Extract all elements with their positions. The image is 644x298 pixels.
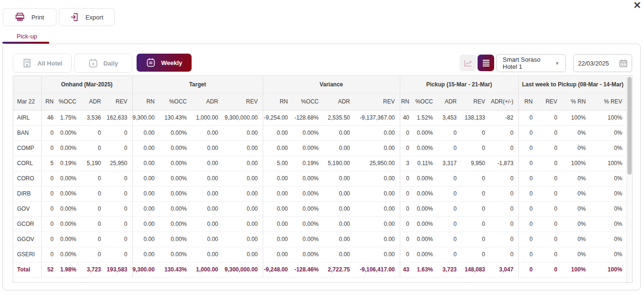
close-icon[interactable]: ✕: [633, 0, 641, 10]
tab-pickup[interactable]: Pick-up: [17, 33, 37, 40]
column-header: REV: [106, 93, 132, 110]
calendar-check-icon: [146, 58, 156, 67]
cell: 0: [41, 247, 58, 262]
calendar-icon: 8: [89, 58, 98, 68]
cell: 0.00: [132, 140, 159, 156]
cell: 0.00: [323, 232, 355, 247]
cell: 0.00: [192, 140, 223, 156]
print-button[interactable]: Print: [3, 8, 56, 26]
cell: 0.00%: [159, 216, 192, 232]
row-label: GGOV: [13, 232, 41, 247]
cell: 0.00%: [414, 186, 438, 201]
row-label: AIRL: [13, 110, 41, 125]
cell: -1,873: [490, 156, 518, 171]
cell: 0: [438, 186, 461, 201]
vertical-scrollbar[interactable]: [626, 76, 632, 282]
all-hotel-button[interactable]: All Hotel: [13, 54, 72, 73]
cell: 100%: [562, 156, 590, 171]
cell: 0.00%: [293, 247, 323, 262]
date-input[interactable]: 22/03/2025: [573, 54, 632, 72]
cell: 0: [518, 125, 537, 140]
cell: 0%: [562, 247, 590, 262]
column-header: REV: [461, 93, 490, 110]
column-header: %OCC: [293, 93, 323, 110]
cell: 0.00: [192, 171, 223, 186]
column-header: ADR: [192, 93, 223, 110]
cell: 193,583: [106, 262, 132, 277]
cell: 0.00: [132, 232, 159, 247]
cell: 2,535.50: [323, 110, 355, 125]
cell: 1.75%: [58, 110, 81, 125]
column-group-header: Last week to Pickup (08-Mar - 14-Mar): [518, 76, 627, 93]
column-header: RN: [400, 93, 414, 110]
cell: 0%: [562, 201, 590, 216]
cell: 0%: [562, 216, 590, 232]
cell: 0: [518, 247, 537, 262]
cell: 0.00%: [159, 171, 192, 186]
weekly-button[interactable]: Weekly: [137, 54, 192, 72]
export-button[interactable]: Export: [59, 8, 115, 26]
cell: 0: [41, 216, 58, 232]
cell: 0.00: [132, 125, 159, 140]
cell: 3,536: [81, 110, 106, 125]
table-row: GOV00.00%000.000.00%0.000.000.000.00%0.0…: [13, 201, 627, 216]
cell: 0.00: [323, 140, 355, 156]
cell: 0.00: [263, 171, 293, 186]
cell: 0%: [562, 125, 590, 140]
cell: -9,248.00: [263, 262, 293, 277]
export-icon: [70, 13, 79, 21]
cell: 3,723: [81, 262, 106, 277]
column-header: %OCC: [159, 93, 192, 110]
cell: 0: [537, 140, 562, 156]
cell: 1,000.00: [192, 110, 223, 125]
cell: 0: [81, 186, 106, 201]
hotel-select[interactable]: Smart Soraso Hotel 1 ▼: [497, 54, 566, 72]
cell: 0.00%: [58, 216, 81, 232]
cell: 100%: [590, 262, 627, 277]
print-label: Print: [31, 14, 44, 21]
cell: 0: [537, 125, 562, 140]
cell: 0: [461, 247, 490, 262]
cell: 0.00%: [293, 216, 323, 232]
daily-button[interactable]: 8 Daily: [74, 54, 132, 73]
column-header: ADR: [438, 93, 461, 110]
cell: 0.00: [223, 125, 263, 140]
cell: 0: [81, 232, 106, 247]
cell: 0: [537, 201, 562, 216]
cell: 0: [106, 125, 132, 140]
row-label: COMP: [13, 140, 41, 156]
cell: 0.00%: [414, 216, 438, 232]
cell: 0: [438, 216, 461, 232]
cell: 0: [81, 201, 106, 216]
column-header: %OCC: [58, 93, 81, 110]
cell: 0.00: [355, 247, 400, 262]
cell: -9,137,367.00: [355, 110, 400, 125]
cell: 0.11%: [414, 156, 438, 171]
cell: 0: [400, 216, 414, 232]
cell: 0%: [590, 125, 627, 140]
cell: 0.00: [323, 125, 355, 140]
row-label: GSERI: [13, 247, 41, 262]
cell: 0.00: [192, 232, 223, 247]
cell: 0.00: [223, 232, 263, 247]
cell: 0.00: [263, 247, 293, 262]
cell: 0.00: [223, 140, 263, 156]
cell: 0: [438, 232, 461, 247]
cell: 0: [461, 216, 490, 232]
cell: 0: [438, 125, 461, 140]
chart-view-button[interactable]: [460, 55, 476, 71]
column-header: REV: [537, 93, 562, 110]
list-view-button[interactable]: [478, 55, 494, 71]
cell: 0.00: [355, 140, 400, 156]
cell: 0.00%: [58, 232, 81, 247]
date-value: 22/03/2025: [578, 60, 609, 67]
cell: 3,047: [490, 262, 518, 277]
column-header: % REV: [590, 93, 627, 110]
scrollbar-thumb[interactable]: [627, 77, 632, 175]
total-row: Total521.98%3,723193,5839,300.00130.43%1…: [13, 262, 627, 277]
cell: -82: [490, 110, 518, 125]
cell: 0.00: [132, 186, 159, 201]
cell: 3,317: [438, 156, 461, 171]
cell: 0: [518, 216, 537, 232]
cell: 0: [518, 186, 537, 201]
